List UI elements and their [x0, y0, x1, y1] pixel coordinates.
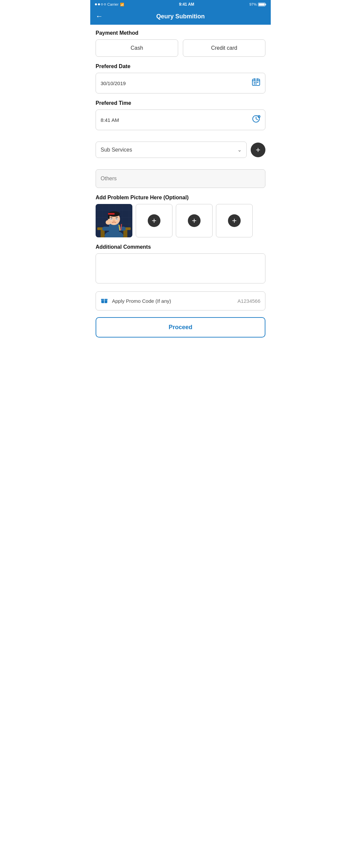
payment-method-label: Payment Method	[95, 30, 266, 36]
time-value: 8:41 AM	[101, 117, 252, 123]
page-title: Qeury Submition	[107, 13, 254, 20]
chevron-down-icon: ⌄	[237, 147, 242, 153]
prefered-date-section: Prefered Date 30/10/2019	[95, 63, 266, 93]
additional-comments-label: Additional Comments	[95, 244, 266, 250]
sub-services-label: Sub Services	[101, 147, 237, 153]
problem-picture-label: Add Problem Picture Here (Optional)	[95, 195, 266, 200]
date-input-row[interactable]: 30/10/2019	[95, 73, 266, 93]
pictures-row: + + +	[95, 204, 266, 237]
status-time: 9:41 AM	[179, 2, 195, 7]
add-picture-icon-2[interactable]: +	[148, 214, 161, 227]
payment-buttons-row: Cash Credit card	[95, 39, 266, 57]
promo-code-section: Apply Promo Code (If any) A1234566	[95, 291, 266, 310]
svg-rect-36	[108, 214, 110, 219]
date-value: 30/10/2019	[101, 81, 252, 86]
status-bar: Carrier 📶 9:41 AM 97%	[90, 0, 271, 8]
clock-icon[interactable]	[252, 115, 260, 125]
time-input-row[interactable]: 8:41 AM	[95, 110, 266, 130]
wifi-icon: 📶	[120, 3, 124, 6]
sub-services-dropdown[interactable]: Sub Services ⌄	[95, 142, 247, 158]
status-left: Carrier 📶	[95, 2, 124, 6]
battery-icon	[258, 3, 266, 6]
dot-3	[101, 3, 103, 5]
dot-2	[98, 3, 100, 5]
main-content: Payment Method Cash Credit card Prefered…	[90, 25, 271, 353]
promo-label: Apply Promo Code (If any)	[112, 298, 234, 304]
svg-rect-7	[254, 84, 255, 85]
carrier-label: Carrier	[107, 2, 119, 6]
gift-icon	[101, 297, 108, 306]
prefered-time-label: Prefered Time	[95, 100, 266, 106]
svg-point-44	[113, 220, 115, 221]
add-picture-icon-4[interactable]: +	[228, 214, 241, 227]
additional-comments-section: Additional Comments	[95, 244, 266, 285]
svg-rect-37	[108, 213, 115, 215]
promo-code-value: A1234566	[238, 298, 260, 304]
promo-row[interactable]: Apply Promo Code (If any) A1234566	[95, 291, 266, 310]
picture-slot-2[interactable]: +	[136, 204, 172, 237]
svg-point-45	[106, 220, 111, 225]
svg-rect-8	[255, 84, 257, 85]
back-button[interactable]: ←	[95, 12, 103, 21]
dot-1	[95, 3, 97, 5]
prefered-date-label: Prefered Date	[95, 63, 266, 69]
svg-rect-4	[254, 82, 255, 83]
dot-4	[104, 3, 106, 5]
proceed-button[interactable]: Proceed	[95, 317, 266, 338]
add-picture-icon-3[interactable]: +	[188, 214, 200, 227]
calendar-icon[interactable]	[252, 78, 260, 89]
problem-picture-section: Add Problem Picture Here (Optional)	[95, 195, 266, 237]
prefered-time-section: Prefered Time 8:41 AM	[95, 100, 266, 130]
picture-slot-4[interactable]: +	[216, 204, 253, 237]
payment-method-section: Payment Method Cash Credit card	[95, 30, 266, 57]
plus-icon: +	[256, 145, 260, 155]
others-section	[95, 169, 266, 188]
others-input[interactable]	[95, 169, 266, 188]
svg-rect-6	[257, 82, 258, 83]
sub-services-section: Sub Services ⌄ +	[95, 142, 266, 158]
signal-dots	[95, 3, 106, 5]
proceed-section: Proceed	[95, 317, 266, 338]
svg-rect-28	[123, 230, 127, 237]
svg-rect-5	[255, 82, 257, 83]
picture-slot-1[interactable]	[95, 204, 132, 237]
svg-rect-32	[102, 227, 112, 231]
svg-rect-27	[101, 230, 105, 237]
sub-services-add-button[interactable]: +	[251, 143, 266, 157]
comments-textarea[interactable]	[95, 253, 266, 283]
cash-button[interactable]: Cash	[95, 39, 178, 57]
status-right: 97%	[249, 2, 266, 6]
picture-slot-3[interactable]: +	[176, 204, 213, 237]
credit-card-button[interactable]: Credit card	[183, 39, 266, 57]
app-header: ← Qeury Submition	[90, 8, 271, 25]
battery-percent: 97%	[249, 2, 257, 6]
